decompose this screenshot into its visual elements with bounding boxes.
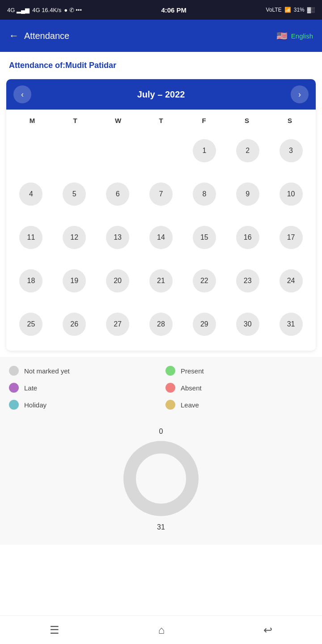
calendar-day[interactable]: 29 — [184, 304, 225, 344]
calendar-day[interactable]: 4 — [11, 174, 51, 215]
status-left: 4G ▂▄▆ 4G 16.4K/s ● ✆ ••• — [7, 7, 82, 13]
calendar-day — [141, 131, 182, 171]
legend-item: Late — [9, 383, 157, 393]
legend-dot — [9, 383, 19, 393]
day-header-cell: S — [268, 114, 311, 127]
chart-section: 0 31 — [0, 419, 322, 545]
calendar-day[interactable]: 20 — [97, 261, 138, 301]
battery-percent: 31% — [294, 7, 305, 13]
legend-dot — [165, 383, 175, 393]
menu-button[interactable]: ☰ — [50, 624, 59, 636]
legend-dot — [9, 400, 19, 410]
legend-item: Not marked yet — [9, 366, 157, 376]
legend-grid: Not marked yetPresentLateAbsentHolidayLe… — [9, 366, 313, 410]
calendar-day[interactable]: 15 — [184, 217, 225, 258]
notification-icons: ● ✆ ••• — [64, 7, 82, 13]
calendar-day[interactable]: 19 — [54, 261, 95, 301]
day-header-cell: M — [11, 114, 54, 127]
legend-label: Present — [181, 367, 204, 375]
calendar-day[interactable]: 2 — [227, 131, 268, 171]
legend-dot — [165, 400, 175, 410]
calendar-day[interactable]: 14 — [141, 217, 182, 258]
donut-chart — [121, 438, 201, 519]
legend-item: Absent — [165, 383, 313, 393]
prev-month-button[interactable]: ‹ — [13, 85, 31, 103]
legend-label: Absent — [181, 384, 202, 392]
legend-label: Late — [24, 384, 37, 392]
calendar-day[interactable]: 8 — [184, 174, 225, 215]
wifi-icon: 📶 — [284, 7, 291, 13]
header-left: ← Attendance — [9, 30, 69, 42]
calendar-day[interactable]: 6 — [97, 174, 138, 215]
calendar-grid: MTWTFSS 12345678910111213141516171819202… — [6, 110, 316, 351]
calendar-day[interactable]: 7 — [141, 174, 182, 215]
calendar-day[interactable]: 17 — [271, 217, 311, 258]
calendar-day[interactable]: 23 — [227, 261, 268, 301]
svg-point-0 — [130, 447, 192, 510]
calendar-day[interactable]: 12 — [54, 217, 95, 258]
calendar-day[interactable]: 25 — [11, 304, 51, 344]
calendar-day[interactable]: 30 — [227, 304, 268, 344]
battery-icon: ▓░ — [307, 7, 315, 13]
bottom-navigation: ☰ ⌂ ↩ — [0, 615, 322, 644]
signal-icon: 4G ▂▄▆ — [7, 7, 30, 13]
attendance-title: Attendance of:Mudit Patidar — [0, 52, 322, 75]
calendar-day — [54, 131, 95, 171]
legend-label: Not marked yet — [24, 367, 70, 375]
calendar-day[interactable]: 18 — [11, 261, 51, 301]
network-speed: 4G 16.4K/s — [32, 7, 61, 13]
legend-item: Present — [165, 366, 313, 376]
calendar-day — [11, 131, 51, 171]
calendar-day — [97, 131, 138, 171]
legend-item: Leave — [165, 400, 313, 410]
calendar-day[interactable]: 27 — [97, 304, 138, 344]
day-header-cell: T — [140, 114, 182, 127]
legend-dot — [9, 366, 19, 376]
calendar-header: ‹ July – 2022 › — [6, 79, 316, 110]
home-button[interactable]: ⌂ — [158, 624, 165, 636]
calendar-day[interactable]: 26 — [54, 304, 95, 344]
volte-icon: VoLTE — [266, 7, 282, 13]
calendar-day[interactable]: 9 — [227, 174, 268, 215]
day-header-cell: S — [225, 114, 268, 127]
chart-bottom-value: 31 — [121, 523, 201, 531]
language-selector[interactable]: 🇺🇸 English — [276, 30, 313, 41]
language-label: English — [291, 32, 313, 40]
legend-label: Leave — [181, 401, 199, 409]
chart-top-value: 0 — [121, 428, 201, 436]
legend-dot — [165, 366, 175, 376]
calendar-day[interactable]: 13 — [97, 217, 138, 258]
day-header-cell: T — [54, 114, 97, 127]
legend-label: Holiday — [24, 401, 47, 409]
main-content: Attendance of:Mudit Patidar ‹ July – 202… — [0, 52, 322, 615]
calendar-day[interactable]: 28 — [141, 304, 182, 344]
legend-item: Holiday — [9, 400, 157, 410]
day-header-cell: F — [182, 114, 225, 127]
day-header-cell: W — [97, 114, 140, 127]
days-grid: 1234567891011121314151617181920212223242… — [11, 131, 311, 344]
legend-section: Not marked yetPresentLateAbsentHolidayLe… — [0, 357, 322, 419]
calendar-day[interactable]: 31 — [271, 304, 311, 344]
calendar-container: ‹ July – 2022 › MTWTFSS 1234567891011121… — [6, 79, 316, 351]
status-bar: 4G ▂▄▆ 4G 16.4K/s ● ✆ ••• 4:06 PM VoLTE … — [0, 0, 322, 20]
back-button[interactable]: ← — [9, 30, 19, 42]
calendar-day[interactable]: 22 — [184, 261, 225, 301]
calendar-day[interactable]: 16 — [227, 217, 268, 258]
calendar-day[interactable]: 24 — [271, 261, 311, 301]
next-month-button[interactable]: › — [291, 85, 309, 103]
calendar-day[interactable]: 3 — [271, 131, 311, 171]
status-right: VoLTE 📶 31% ▓░ — [266, 7, 315, 13]
calendar-day[interactable]: 10 — [271, 174, 311, 215]
calendar-day[interactable]: 21 — [141, 261, 182, 301]
status-time: 4:06 PM — [161, 6, 186, 14]
month-title: July – 2022 — [137, 89, 185, 100]
flag-icon: 🇺🇸 — [276, 30, 288, 41]
calendar-day[interactable]: 1 — [184, 131, 225, 171]
header-title: Attendance — [24, 31, 69, 41]
app-header: ← Attendance 🇺🇸 English — [0, 20, 322, 52]
back-nav-button[interactable]: ↩ — [263, 624, 272, 636]
day-headers: MTWTFSS — [11, 114, 311, 127]
calendar-day[interactable]: 5 — [54, 174, 95, 215]
calendar-day[interactable]: 11 — [11, 217, 51, 258]
